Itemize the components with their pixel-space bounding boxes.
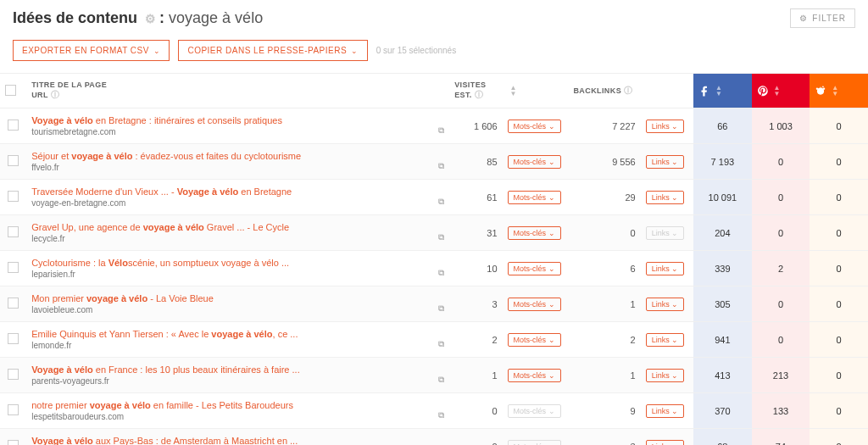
table-row: Séjour et voyage à vélo : évadez-vous et… [0,144,868,180]
row-checkbox[interactable] [8,191,19,202]
links-pill[interactable]: Links ⌄ [646,191,685,204]
pinterest-cell: 0 [752,144,810,180]
facebook-cell: 339 [693,251,752,286]
keywords-pill[interactable]: Mots-clés ⌄ [508,262,561,275]
keywords-pill[interactable]: Mots-clés ⌄ [508,120,561,133]
result-title[interactable]: Voyage à vélo aux Pays-Bas : de Amsterda… [31,436,444,445]
result-url[interactable]: lespetitsbaroudeurs.com⧉ [31,412,444,421]
external-link-icon[interactable]: ⧉ [438,268,444,278]
keywords-pill[interactable]: Mots-clés ⌄ [508,155,561,169]
table-row: Gravel Up, une agence de voyage à vélo G… [0,215,868,251]
reddit-cell: 0 [810,144,868,180]
result-title[interactable]: Emilie Quinquis et Yann Tiersen : « Avec… [31,329,444,339]
column-visits[interactable]: VISITES EST.ⓘ [449,74,502,108]
facebook-cell: 68 [693,429,752,446]
reddit-cell: 0 [810,358,868,393]
column-title[interactable]: TITRE DE LA PAGEURLⓘ [26,74,449,108]
facebook-cell: 7 193 [693,144,752,180]
external-link-icon[interactable]: ⧉ [438,303,444,314]
backlinks-cell: 6 [568,251,640,286]
row-checkbox[interactable] [8,404,19,415]
pinterest-cell: 0 [752,215,810,251]
external-link-icon[interactable]: ⧉ [438,339,444,349]
external-link-icon[interactable]: ⧉ [438,375,444,385]
external-link-icon[interactable]: ⧉ [438,197,444,207]
links-pill[interactable]: Links ⌄ [646,404,685,418]
row-checkbox[interactable] [8,333,19,344]
links-pill[interactable]: Links ⌄ [646,298,685,311]
result-url[interactable]: ffvelo.fr⧉ [31,163,444,172]
result-url[interactable]: tourismebretagne.com⧉ [31,127,444,136]
external-link-icon[interactable]: ⧉ [438,232,444,242]
result-title[interactable]: Cyclotourisme : la Véloscénie, un somptu… [31,258,444,268]
sort-icon[interactable]: ▲▼ [510,85,517,97]
table-row: Emilie Quinquis et Yann Tiersen : « Avec… [0,322,868,358]
select-all-checkbox[interactable] [5,85,16,96]
row-checkbox[interactable] [8,298,19,309]
row-checkbox[interactable] [8,369,19,380]
table-row: notre premier voyage à vélo en famille -… [0,393,868,429]
result-url[interactable]: lavoiebleue.com⧉ [31,305,444,314]
keywords-pill[interactable]: Mots-clés ⌄ [508,298,561,311]
pinterest-cell: 0 [752,286,810,322]
column-pinterest[interactable]: ▲▼ [752,74,810,108]
result-url[interactable]: leparisien.fr⧉ [31,270,444,279]
svg-point-2 [816,88,818,90]
links-pill: Links ⌄ [646,226,685,240]
sort-icon: ▲▼ [832,85,838,97]
result-title[interactable]: notre premier voyage à vélo en famille -… [31,400,444,410]
results-table: TITRE DE LA PAGEURLⓘ VISITES EST.ⓘ ▲▼ BA… [0,73,868,445]
row-checkbox[interactable] [8,226,19,237]
reddit-cell: 0 [810,393,868,429]
links-pill[interactable]: Links ⌄ [646,440,685,446]
row-checkbox[interactable] [8,155,19,166]
column-backlinks[interactable]: BACKLINKSⓘ [568,74,640,108]
external-link-icon[interactable]: ⧉ [438,410,444,420]
gear-icon[interactable]: ⚙ [145,12,156,25]
keywords-pill[interactable]: Mots-clés ⌄ [508,369,561,382]
facebook-cell: 10 091 [693,180,752,215]
visits-cell: 31 [449,215,502,251]
result-url[interactable]: parents-voyageurs.fr⧉ [31,376,444,386]
backlinks-cell: 29 [568,180,640,215]
result-title[interactable]: Voyage à vélo en Bretagne : itinéraires … [31,115,444,125]
result-title[interactable]: Mon premier voyage à vélo - La Voie Bleu… [31,293,444,303]
row-checkbox[interactable] [8,120,19,131]
result-url[interactable]: lecycle.fr⧉ [31,234,444,243]
facebook-cell: 370 [693,393,752,429]
filter-button[interactable]: ⚙ FILTER [790,8,855,28]
links-pill[interactable]: Links ⌄ [646,155,685,169]
facebook-icon [698,85,710,97]
external-link-icon[interactable]: ⧉ [438,125,444,136]
copy-clipboard-button[interactable]: COPIER DANS LE PRESSE-PAPIERS⌄ [178,40,367,61]
facebook-cell: 204 [693,215,752,251]
links-pill[interactable]: Links ⌄ [646,262,685,275]
result-url[interactable]: voyage-en-bretagne.com⧉ [31,198,444,208]
export-csv-button[interactable]: EXPORTER EN FORMAT CSV⌄ [13,40,170,61]
keywords-pill[interactable]: Mots-clés ⌄ [508,191,561,204]
pinterest-icon [757,85,769,97]
result-url[interactable]: lemonde.fr⧉ [31,341,444,350]
result-title[interactable]: Gravel Up, une agence de voyage à vélo G… [31,222,444,232]
column-facebook[interactable]: ▲▼ [693,74,752,108]
result-title[interactable]: Traversée Moderne d'un Vieux ... - Voyag… [31,186,444,197]
keywords-pill[interactable]: Mots-clés ⌄ [508,333,561,347]
row-checkbox[interactable] [8,262,19,273]
links-pill[interactable]: Links ⌄ [646,120,685,133]
links-pill[interactable]: Links ⌄ [646,333,685,347]
svg-point-0 [817,88,824,95]
table-row: Voyage à vélo aux Pays-Bas : de Amsterda… [0,429,868,446]
reddit-cell: 0 [810,322,868,358]
result-title[interactable]: Séjour et voyage à vélo : évadez-vous et… [31,151,444,161]
links-pill[interactable]: Links ⌄ [646,369,685,382]
facebook-cell: 413 [693,358,752,393]
result-title[interactable]: Voyage à vélo en France : les 10 plus be… [31,364,444,375]
table-row: Mon premier voyage à vélo - La Voie Bleu… [0,286,868,322]
backlinks-cell: 0 [568,215,640,251]
column-reddit[interactable]: ▲▼ [810,74,868,108]
pinterest-cell: 133 [752,393,810,429]
row-checkbox[interactable] [8,440,19,445]
reddit-cell: 0 [810,251,868,286]
external-link-icon[interactable]: ⧉ [438,161,444,171]
keywords-pill[interactable]: Mots-clés ⌄ [508,226,561,240]
